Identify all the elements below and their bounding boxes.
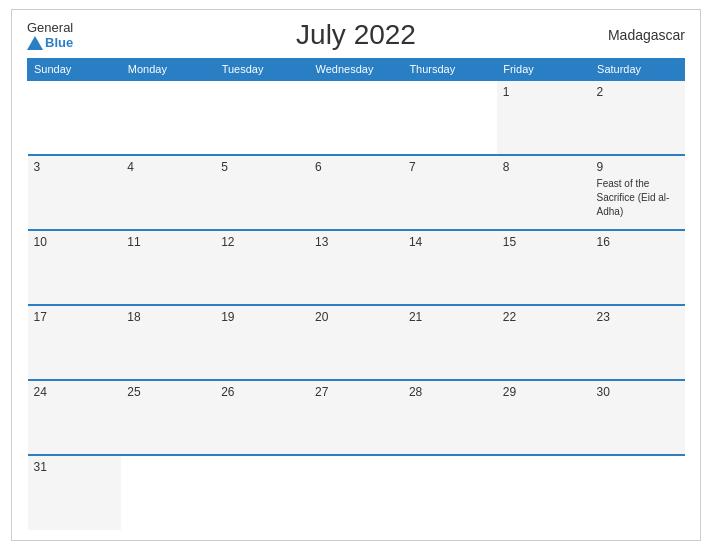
weekday-header-saturday: Saturday	[591, 59, 685, 81]
day-number: 3	[34, 160, 116, 174]
calendar-cell: 20	[309, 305, 403, 380]
day-number: 27	[315, 385, 397, 399]
calendar-cell: 6	[309, 155, 403, 230]
calendar-cell: 24	[28, 380, 122, 455]
calendar-cell	[309, 455, 403, 530]
calendar-cell: 17	[28, 305, 122, 380]
weekday-header-tuesday: Tuesday	[215, 59, 309, 81]
day-number: 6	[315, 160, 397, 174]
logo-blue-area: Blue	[27, 35, 73, 50]
calendar-header: General Blue July 2022 Madagascar	[27, 20, 685, 50]
weekday-header-friday: Friday	[497, 59, 591, 81]
day-number: 28	[409, 385, 491, 399]
calendar-cell: 5	[215, 155, 309, 230]
day-number: 2	[597, 85, 679, 99]
calendar-cell: 28	[403, 380, 497, 455]
calendar-region: Madagascar	[608, 27, 685, 43]
calendar-cell: 4	[121, 155, 215, 230]
day-number: 7	[409, 160, 491, 174]
day-number: 8	[503, 160, 585, 174]
calendar-cell: 26	[215, 380, 309, 455]
calendar-grid: SundayMondayTuesdayWednesdayThursdayFrid…	[27, 58, 685, 530]
calendar-cell: 12	[215, 230, 309, 305]
calendar-cell	[28, 80, 122, 155]
day-number: 22	[503, 310, 585, 324]
calendar-cell: 2	[591, 80, 685, 155]
calendar-cell: 8	[497, 155, 591, 230]
calendar-cell: 18	[121, 305, 215, 380]
calendar-cell: 19	[215, 305, 309, 380]
calendar-cell	[309, 80, 403, 155]
day-number: 16	[597, 235, 679, 249]
logo-blue-text: Blue	[45, 35, 73, 50]
weekday-header-monday: Monday	[121, 59, 215, 81]
weekday-row: SundayMondayTuesdayWednesdayThursdayFrid…	[28, 59, 685, 81]
day-number: 17	[34, 310, 116, 324]
calendar-cell	[403, 80, 497, 155]
week-row-2: 10111213141516	[28, 230, 685, 305]
calendar-cell: 10	[28, 230, 122, 305]
calendar-body: 123456789Feast of the Sacrifice (Eid al-…	[28, 80, 685, 530]
calendar-weekdays-header: SundayMondayTuesdayWednesdayThursdayFrid…	[28, 59, 685, 81]
day-number: 30	[597, 385, 679, 399]
calendar-cell: 22	[497, 305, 591, 380]
week-row-1: 3456789Feast of the Sacrifice (Eid al-Ad…	[28, 155, 685, 230]
calendar-cell: 11	[121, 230, 215, 305]
calendar-title: July 2022	[296, 19, 416, 51]
day-number: 24	[34, 385, 116, 399]
day-number: 31	[34, 460, 116, 474]
day-number: 26	[221, 385, 303, 399]
calendar-cell: 30	[591, 380, 685, 455]
calendar-container: General Blue July 2022 Madagascar Sunday…	[11, 9, 701, 541]
day-number: 19	[221, 310, 303, 324]
calendar-cell	[121, 80, 215, 155]
calendar-cell: 15	[497, 230, 591, 305]
logo-general-text: General	[27, 20, 73, 35]
calendar-cell	[403, 455, 497, 530]
calendar-cell	[215, 80, 309, 155]
weekday-header-wednesday: Wednesday	[309, 59, 403, 81]
calendar-cell	[215, 455, 309, 530]
week-row-5: 31	[28, 455, 685, 530]
calendar-cell: 13	[309, 230, 403, 305]
day-number: 11	[127, 235, 209, 249]
day-number: 18	[127, 310, 209, 324]
calendar-cell: 3	[28, 155, 122, 230]
calendar-cell: 25	[121, 380, 215, 455]
calendar-cell: 21	[403, 305, 497, 380]
day-number: 15	[503, 235, 585, 249]
day-number: 9	[597, 160, 679, 174]
weekday-header-thursday: Thursday	[403, 59, 497, 81]
day-number: 4	[127, 160, 209, 174]
day-number: 10	[34, 235, 116, 249]
calendar-cell: 14	[403, 230, 497, 305]
logo-triangle-icon	[27, 36, 43, 50]
day-number: 13	[315, 235, 397, 249]
calendar-cell	[497, 455, 591, 530]
day-number: 29	[503, 385, 585, 399]
day-number: 25	[127, 385, 209, 399]
calendar-cell	[121, 455, 215, 530]
day-number: 21	[409, 310, 491, 324]
day-number: 14	[409, 235, 491, 249]
day-number: 23	[597, 310, 679, 324]
logo-area: General Blue	[27, 20, 73, 50]
calendar-cell: 16	[591, 230, 685, 305]
weekday-header-sunday: Sunday	[28, 59, 122, 81]
calendar-cell: 27	[309, 380, 403, 455]
calendar-cell: 23	[591, 305, 685, 380]
day-number: 1	[503, 85, 585, 99]
day-number: 12	[221, 235, 303, 249]
day-event: Feast of the Sacrifice (Eid al-Adha)	[597, 178, 670, 217]
week-row-3: 17181920212223	[28, 305, 685, 380]
week-row-4: 24252627282930	[28, 380, 685, 455]
week-row-0: 12	[28, 80, 685, 155]
calendar-cell: 7	[403, 155, 497, 230]
calendar-cell: 29	[497, 380, 591, 455]
day-number: 5	[221, 160, 303, 174]
calendar-cell: 1	[497, 80, 591, 155]
calendar-cell: 9Feast of the Sacrifice (Eid al-Adha)	[591, 155, 685, 230]
day-number: 20	[315, 310, 397, 324]
calendar-cell	[591, 455, 685, 530]
calendar-cell: 31	[28, 455, 122, 530]
